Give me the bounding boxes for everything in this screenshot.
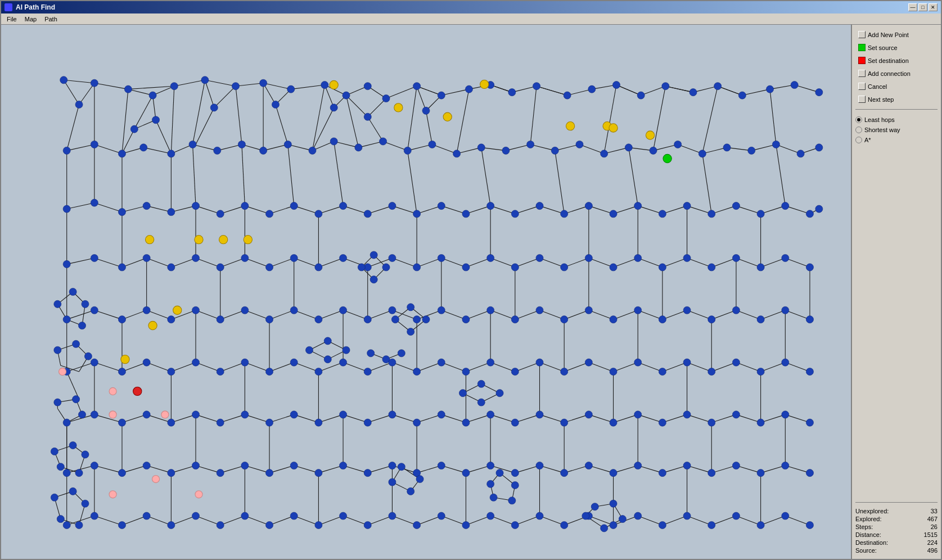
- svg-point-712: [91, 462, 98, 469]
- svg-point-748: [217, 521, 224, 529]
- svg-point-511: [502, 147, 510, 154]
- svg-point-711: [63, 469, 70, 477]
- svg-point-654: [389, 359, 396, 366]
- svg-point-455: [60, 76, 67, 84]
- main-area: Add New Point Set source Set destination…: [1, 25, 941, 559]
- menu-file[interactable]: File: [3, 15, 20, 24]
- svg-point-786: [496, 469, 503, 477]
- svg-point-695: [634, 411, 642, 418]
- svg-point-663: [610, 368, 617, 375]
- add-connection-button[interactable]: Add connection: [855, 68, 938, 79]
- least-hops-radio[interactable]: Least hops: [855, 116, 938, 123]
- svg-point-540: [438, 202, 445, 210]
- svg-point-493: [63, 147, 70, 154]
- svg-point-743: [91, 512, 98, 520]
- svg-point-776: [75, 521, 83, 529]
- menu-map[interactable]: Map: [21, 15, 40, 24]
- svg-point-517: [650, 147, 657, 154]
- svg-point-610: [438, 306, 445, 314]
- svg-point-814: [109, 387, 116, 395]
- svg-point-627: [324, 337, 331, 345]
- svg-point-809: [244, 236, 252, 244]
- set-destination-button[interactable]: Set destination: [855, 55, 938, 66]
- svg-point-753: [340, 512, 347, 520]
- svg-point-515: [601, 150, 608, 157]
- svg-point-491: [791, 81, 798, 88]
- svg-point-619: [659, 316, 666, 323]
- svg-point-739: [757, 469, 764, 477]
- svg-point-532: [241, 202, 249, 210]
- set-source-label: Set source: [868, 44, 898, 51]
- svg-point-582: [683, 254, 691, 261]
- svg-point-585: [757, 264, 764, 271]
- svg-point-573: [462, 264, 470, 271]
- svg-point-750: [266, 521, 273, 529]
- svg-point-645: [168, 368, 175, 375]
- close-button[interactable]: ✕: [929, 3, 938, 11]
- svg-point-469: [321, 81, 328, 88]
- svg-point-614: [536, 306, 543, 314]
- svg-point-716: [192, 462, 199, 469]
- set-source-button[interactable]: Set source: [855, 42, 938, 53]
- svg-point-642: [91, 359, 98, 366]
- window-title: AI Path Find: [16, 3, 55, 11]
- svg-point-715: [168, 469, 175, 477]
- svg-point-693: [585, 411, 592, 418]
- svg-point-732: [585, 462, 592, 469]
- svg-point-613: [511, 316, 519, 323]
- svg-point-660: [536, 359, 543, 366]
- explored-value: 467: [927, 516, 938, 522]
- svg-point-639: [407, 328, 414, 335]
- svg-point-581: [659, 264, 666, 271]
- svg-point-674: [118, 419, 125, 426]
- svg-point-568: [340, 254, 347, 261]
- maximize-button[interactable]: □: [918, 3, 927, 11]
- svg-point-539: [413, 210, 421, 218]
- svg-point-528: [143, 202, 150, 210]
- svg-point-580: [634, 254, 642, 261]
- svg-point-605: [315, 316, 322, 323]
- svg-point-463: [201, 76, 209, 84]
- svg-point-546: [585, 202, 592, 210]
- destination-value: 224: [927, 539, 938, 546]
- svg-point-794: [610, 500, 617, 507]
- svg-point-508: [429, 141, 436, 148]
- explored-row: Explored: 467: [855, 515, 938, 523]
- svg-point-730: [536, 462, 543, 469]
- svg-point-467: [272, 101, 279, 108]
- svg-point-666: [683, 359, 691, 366]
- svg-point-647: [217, 368, 224, 375]
- add-new-point-button[interactable]: Add New Point: [855, 29, 938, 40]
- cancel-button[interactable]: Cancel: [855, 81, 938, 92]
- a-star-label: A*: [864, 137, 871, 143]
- svg-point-713: [118, 469, 125, 477]
- svg-point-810: [145, 236, 154, 244]
- svg-point-686: [413, 419, 421, 426]
- add-new-point-icon: [858, 31, 866, 38]
- svg-point-536: [340, 202, 347, 210]
- next-step-button[interactable]: Next step: [855, 94, 938, 105]
- minimize-button[interactable]: —: [908, 3, 917, 11]
- svg-point-521: [748, 147, 755, 154]
- svg-point-460: [152, 116, 159, 124]
- svg-point-589: [69, 288, 76, 295]
- svg-point-709: [75, 469, 83, 477]
- a-star-radio[interactable]: A*: [855, 137, 938, 143]
- next-step-label: Next step: [868, 96, 894, 103]
- svg-point-701: [782, 411, 789, 418]
- menu-path[interactable]: Path: [41, 15, 61, 24]
- svg-point-495: [118, 150, 125, 157]
- svg-point-704: [73, 396, 80, 403]
- svg-point-766: [659, 521, 666, 529]
- svg-point-782: [459, 390, 466, 397]
- svg-point-592: [54, 346, 61, 354]
- svg-point-531: [217, 210, 224, 218]
- svg-point-780: [407, 487, 414, 495]
- steps-label: Steps:: [855, 523, 873, 530]
- shortest-way-radio[interactable]: Shortest way: [855, 127, 938, 133]
- a-star-radio-circle: [855, 137, 862, 143]
- svg-point-737: [708, 469, 715, 477]
- svg-point-596: [91, 306, 98, 314]
- svg-point-784: [477, 399, 485, 406]
- canvas-area[interactable]: [1, 25, 851, 559]
